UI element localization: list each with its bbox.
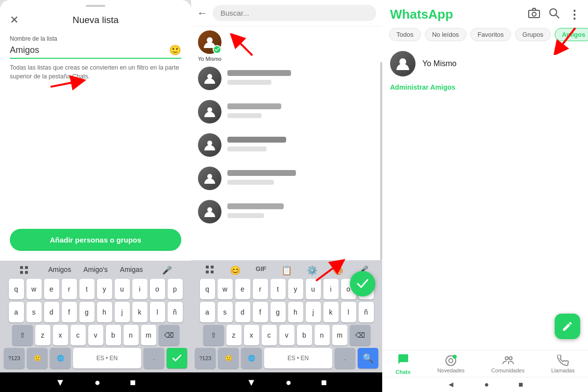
p2-key-emoji[interactable]: 🙂 — [218, 348, 239, 368]
p2-key-z[interactable]: z — [226, 325, 242, 345]
key-globe[interactable]: 🌐 — [50, 348, 71, 368]
back-nav-icon[interactable]: ▼ — [55, 377, 65, 388]
key-v[interactable]: v — [88, 325, 103, 345]
p2-key-l[interactable]: l — [341, 302, 356, 322]
key-u[interactable]: u — [115, 279, 130, 299]
menu-icon[interactable]: ⋮ — [568, 8, 580, 22]
p2-clipboard-btn[interactable]: 📋 — [274, 265, 299, 276]
p2-key-f[interactable]: f — [253, 302, 268, 322]
p2-key-backspace[interactable]: ⌫ — [350, 325, 370, 345]
p2-key-shift[interactable]: ⇧ — [203, 325, 224, 345]
p2-key-n-tilde[interactable]: ñ — [359, 302, 374, 322]
p2-key-period[interactable]: . — [335, 348, 355, 368]
key-a[interactable]: a — [9, 302, 24, 322]
contact-item-5[interactable] — [191, 195, 382, 228]
p2-gif-btn[interactable]: GIF — [248, 265, 274, 276]
add-people-button[interactable]: Añadir personas o grupos — [10, 229, 181, 251]
p2-key-b[interactable]: b — [297, 325, 312, 345]
key-n[interactable]: n — [123, 325, 139, 345]
recents-nav-icon[interactable]: ■ — [130, 377, 136, 388]
p2-key-c[interactable]: c — [262, 325, 277, 345]
p2-emoji-btn[interactable]: 😊 — [222, 265, 248, 276]
nav-novedades[interactable]: Novedades — [437, 355, 465, 373]
key-i[interactable]: i — [132, 279, 147, 299]
p2-key-w[interactable]: w — [218, 279, 233, 299]
p2-key-t[interactable]: t — [270, 279, 286, 299]
suggestion-amigas[interactable]: Amigas — [114, 266, 149, 276]
key-t[interactable]: t — [79, 279, 95, 299]
confirm-fab-button[interactable] — [350, 271, 375, 296]
key-p[interactable]: p — [168, 279, 183, 299]
contact-item-1[interactable] — [191, 62, 382, 95]
key-e[interactable]: e — [44, 279, 59, 299]
p2-key-s[interactable]: s — [218, 302, 233, 322]
p2-grid-icon[interactable] — [197, 265, 222, 276]
p2-key-g[interactable]: g — [270, 302, 286, 322]
contact-list[interactable] — [191, 62, 382, 260]
key-d[interactable]: d — [44, 302, 59, 322]
p2-key-globe[interactable]: 🌐 — [241, 348, 262, 368]
key-z[interactable]: z — [35, 325, 50, 345]
key-c[interactable]: c — [71, 325, 86, 345]
key-shift[interactable]: ⇧ — [12, 325, 33, 345]
key-backspace[interactable]: ⌫ — [159, 325, 179, 345]
key-space[interactable]: ES • EN — [73, 348, 141, 368]
key-w[interactable]: w — [26, 279, 42, 299]
close-button[interactable]: ✕ — [10, 14, 19, 26]
key-y[interactable]: y — [97, 279, 112, 299]
key-s[interactable]: s — [26, 302, 42, 322]
contact-item-4[interactable] — [191, 162, 382, 195]
key-num[interactable]: ?123 — [4, 348, 24, 368]
contact-item-2[interactable] — [191, 95, 382, 128]
manage-link[interactable]: Administrar Amigos — [382, 81, 588, 93]
key-g[interactable]: g — [79, 302, 95, 322]
grid-icon[interactable] — [6, 266, 42, 276]
p2-key-x[interactable]: x — [244, 325, 259, 345]
tab-no-leidos[interactable]: No leídos — [425, 28, 466, 41]
tab-favoritos[interactable]: Favoritos — [470, 28, 511, 41]
p2-key-search[interactable]: 🔍 — [358, 348, 378, 368]
key-m[interactable]: m — [141, 325, 156, 345]
camera-icon[interactable] — [528, 8, 540, 22]
p2-key-y[interactable]: y — [288, 279, 303, 299]
key-f[interactable]: f — [62, 302, 77, 322]
key-j[interactable]: j — [115, 302, 130, 322]
p2-key-r[interactable]: r — [253, 279, 268, 299]
home-nav-icon[interactable]: ● — [95, 377, 100, 388]
p2-key-d[interactable]: d — [235, 302, 250, 322]
mic-icon[interactable]: 🎤 — [149, 266, 185, 276]
p2-key-k[interactable]: k — [323, 302, 339, 322]
key-h[interactable]: h — [97, 302, 112, 322]
nav-llamadas[interactable]: Llamadas — [551, 355, 575, 373]
suggestion-amigos-apos[interactable]: Amigo's — [77, 266, 113, 276]
emoji-icon[interactable]: 🙂 — [169, 44, 181, 56]
key-n-tilde[interactable]: ñ — [168, 302, 183, 322]
nav-comunidades[interactable]: Comunidades — [491, 355, 525, 373]
key-o[interactable]: o — [150, 279, 165, 299]
nav-chats[interactable]: Chats — [395, 353, 411, 375]
wa-back-nav[interactable]: ◄ — [447, 380, 455, 389]
key-period[interactable]: . — [144, 348, 164, 368]
key-l[interactable]: l — [150, 302, 165, 322]
search-icon[interactable] — [549, 8, 560, 22]
list-name-input[interactable]: Amigos — [10, 45, 165, 55]
key-emoji[interactable]: 🙂 — [27, 348, 48, 368]
p2-key-num[interactable]: ?123 — [195, 348, 216, 368]
key-q[interactable]: q — [9, 279, 24, 299]
recents-nav-icon-2[interactable]: ■ — [321, 377, 327, 388]
suggestion-amigos[interactable]: Amigos — [42, 266, 77, 276]
p2-key-v[interactable]: v — [279, 325, 294, 345]
key-b[interactable]: b — [106, 325, 121, 345]
p2-key-e[interactable]: e — [235, 279, 250, 299]
back-nav-icon-2[interactable]: ▼ — [246, 377, 256, 388]
search-input[interactable] — [213, 5, 376, 21]
wa-recents-nav[interactable]: ■ — [518, 380, 523, 389]
wa-home-nav[interactable]: ● — [484, 380, 489, 389]
p2-key-a[interactable]: a — [200, 302, 215, 322]
p2-key-j[interactable]: j — [306, 302, 321, 322]
contact-item-3[interactable] — [191, 128, 382, 162]
key-r[interactable]: r — [62, 279, 77, 299]
p2-key-space[interactable]: ES • EN — [264, 348, 332, 368]
p2-key-q[interactable]: q — [200, 279, 215, 299]
p2-key-h[interactable]: h — [288, 302, 303, 322]
